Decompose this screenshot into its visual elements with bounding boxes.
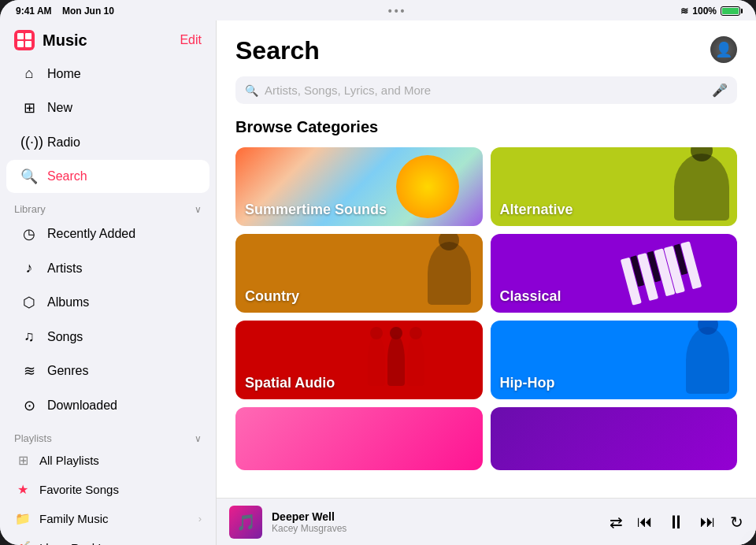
microphone-icon[interactable]: 🎤 xyxy=(712,83,728,98)
status-bar: 9:41 AM Mon Jun 10 ••• ≋ 100% xyxy=(0,0,756,20)
now-playing-artist: Kacey Musgraves xyxy=(272,523,600,534)
songs-icon: ♫ xyxy=(20,328,38,345)
categories-grid: Summertime Sounds Alternative xyxy=(235,147,737,470)
family-music-arrow-icon: › xyxy=(198,513,202,525)
albums-icon: ⬡ xyxy=(20,294,38,311)
home-icon: ⌂ xyxy=(20,65,38,82)
category-country[interactable]: Country xyxy=(235,234,483,313)
artists-icon: ♪ xyxy=(20,260,38,276)
category-spatial-audio[interactable]: Spatial Audio xyxy=(235,321,483,399)
sidebar-item-genres[interactable]: ≋ Genres xyxy=(6,354,209,387)
edit-button[interactable]: Edit xyxy=(180,33,202,47)
family-music-icon: 📁 xyxy=(14,511,32,526)
favorite-songs-icon: ★ xyxy=(14,482,32,497)
main-area: Music Edit ⌂ Home ⊞ New ((·)) Radio 🔍 Se… xyxy=(0,20,756,545)
battery-percent: 100% xyxy=(692,6,717,17)
shuffle-button[interactable]: ⇄ xyxy=(610,513,623,532)
sidebar-item-favorite-songs[interactable]: ★ Favorite Songs xyxy=(0,475,216,504)
now-playing-artwork: 🎵 xyxy=(229,506,262,539)
next-button[interactable]: ⏭ xyxy=(700,513,716,531)
category-summertime[interactable]: Summertime Sounds xyxy=(235,147,483,226)
playlists-label: Playlists xyxy=(14,432,52,444)
sidebar: Music Edit ⌂ Home ⊞ New ((·)) Radio 🔍 Se… xyxy=(0,20,217,545)
search-icon: 🔍 xyxy=(20,168,38,185)
pause-button[interactable]: ⏸ xyxy=(667,511,686,533)
nav-search-label: Search xyxy=(47,169,87,184)
nav-radio[interactable]: ((·)) Radio xyxy=(6,126,209,158)
category-partial-left[interactable] xyxy=(235,407,483,470)
page-title: Search xyxy=(235,36,320,65)
playlists-chevron-icon[interactable]: ∨ xyxy=(195,433,202,444)
all-playlists-icon: ⊞ xyxy=(14,453,32,468)
downloaded-icon: ⊙ xyxy=(20,397,38,414)
nav-new-label: New xyxy=(47,101,72,115)
search-bar-icon: 🔍 xyxy=(245,84,258,97)
sidebar-item-all-playlists[interactable]: ⊞ All Playlists xyxy=(0,446,216,475)
category-classical-name: Classical xyxy=(500,288,561,305)
sidebar-item-downloaded[interactable]: ⊙ Downloaded xyxy=(6,389,209,422)
nav-radio-label: Radio xyxy=(47,135,80,150)
status-dots: ••• xyxy=(388,5,407,17)
sidebar-item-songs[interactable]: ♫ Songs xyxy=(6,321,209,353)
category-alternative-name: Alternative xyxy=(500,202,573,218)
now-playing-title: Deeper Well xyxy=(272,510,600,523)
content-area: Search 👤 🔍 Artists, Songs, Lyrics, and M… xyxy=(217,20,756,545)
category-alternative[interactable]: Alternative xyxy=(491,147,738,226)
category-summertime-name: Summertime Sounds xyxy=(245,202,387,218)
battery-icon xyxy=(721,6,740,16)
recently-added-icon: ◷ xyxy=(20,225,38,243)
library-label: Library xyxy=(14,203,46,215)
sidebar-item-artists[interactable]: ♪ Artists xyxy=(6,252,209,284)
sidebar-item-albums[interactable]: ⬡ Albums xyxy=(6,286,209,319)
nav-search[interactable]: 🔍 Search xyxy=(6,160,209,193)
i-love-rock-icon: 🎸 xyxy=(14,540,32,545)
category-country-name: Country xyxy=(245,288,299,305)
now-playing-info: Deeper Well Kacey Musgraves xyxy=(272,510,600,534)
sidebar-item-i-love-rock[interactable]: 🎸 I love Rock! xyxy=(0,533,216,545)
playback-controls: ⇄ ⏮ ⏸ ⏭ ↻ xyxy=(610,511,743,533)
radio-icon: ((·)) xyxy=(20,134,38,150)
sidebar-title: Music xyxy=(43,32,87,50)
content-header: Search 👤 xyxy=(235,36,737,65)
category-hip-hop[interactable]: Hip-Hop xyxy=(491,321,738,399)
category-hip-hop-name: Hip-Hop xyxy=(500,375,555,391)
new-icon: ⊞ xyxy=(20,99,38,117)
search-input[interactable]: Artists, Songs, Lyrics, and More xyxy=(265,83,706,97)
date: Mon Jun 10 xyxy=(62,6,114,17)
category-spatial-audio-name: Spatial Audio xyxy=(245,375,335,391)
browse-categories-title: Browse Categories xyxy=(235,118,737,136)
nav-home[interactable]: ⌂ Home xyxy=(6,57,209,90)
nav-new[interactable]: ⊞ New xyxy=(6,91,209,124)
nav-home-label: Home xyxy=(47,67,81,81)
category-classical[interactable]: Classical xyxy=(491,234,738,313)
sidebar-item-family-music[interactable]: 📁 Family Music › xyxy=(0,504,216,533)
playlists-section-header: Playlists ∨ xyxy=(0,426,216,446)
previous-button[interactable]: ⏮ xyxy=(637,513,653,531)
sidebar-header: Music Edit xyxy=(0,20,216,57)
status-time: 9:41 AM Mon Jun 10 xyxy=(16,6,114,17)
sidebar-item-recently-added[interactable]: ◷ Recently Added xyxy=(6,217,209,250)
music-app-icon xyxy=(14,30,35,50)
wifi-icon: ≋ xyxy=(680,6,688,17)
search-bar[interactable]: 🔍 Artists, Songs, Lyrics, and More 🎤 xyxy=(235,76,737,104)
profile-avatar[interactable]: 👤 xyxy=(710,36,737,63)
repeat-button[interactable]: ↻ xyxy=(730,513,743,532)
category-partial-right[interactable] xyxy=(491,407,738,470)
genres-icon: ≋ xyxy=(20,362,38,380)
now-playing-bar: 🎵 Deeper Well Kacey Musgraves ⇄ ⏮ ⏸ ⏭ ↻ xyxy=(217,498,756,545)
library-chevron-icon[interactable]: ∨ xyxy=(195,204,202,215)
status-indicators: ≋ 100% xyxy=(680,6,740,17)
library-section-header: Library ∨ xyxy=(0,197,216,217)
time: 9:41 AM xyxy=(16,6,52,17)
